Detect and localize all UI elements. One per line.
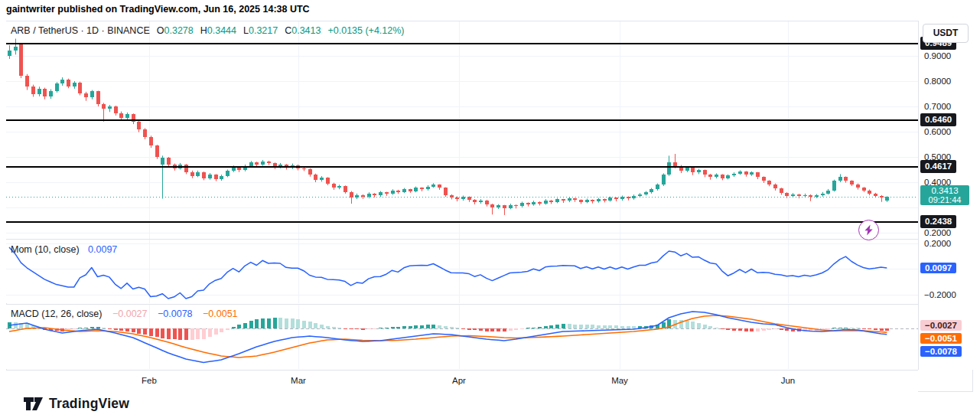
macd-signal-label: −0.0051 bbox=[920, 333, 962, 344]
macd-line-label: −0.0078 bbox=[920, 346, 962, 357]
mom-tick: 0.2000 bbox=[924, 237, 951, 250]
symbol-title[interactable]: ARB / TetherUS · 1D · BINANCE bbox=[11, 25, 150, 36]
mom-tick: −0.2000 bbox=[924, 289, 956, 301]
ohlc-value: 0.3413 bbox=[291, 25, 321, 36]
last-price-value: 0.3413 bbox=[922, 186, 968, 195]
month-label-jun[interactable]: Jun bbox=[781, 376, 796, 385]
momentum-line bbox=[9, 247, 887, 299]
mom-value: 0.0097 bbox=[88, 244, 117, 255]
currency-toggle-button[interactable]: USDT bbox=[923, 24, 969, 43]
candles bbox=[8, 39, 889, 215]
price-tick: 0.7000 bbox=[924, 100, 951, 113]
symbol-legend: ARB / TetherUS · 1D · BINANCEO0.3278H0.3… bbox=[11, 25, 405, 36]
macd-hist-value: −0.0027 bbox=[112, 309, 148, 319]
mom-title[interactable]: Mom (10, close) bbox=[11, 244, 80, 255]
ohlc-value: 0.3217 bbox=[249, 25, 278, 36]
tradingview-logo-text: TradingView bbox=[49, 396, 129, 412]
price-pane[interactable] bbox=[6, 21, 918, 239]
pane-separator[interactable] bbox=[6, 239, 973, 240]
tradingview-branding[interactable]: TradingView bbox=[23, 395, 129, 412]
month-label-apr[interactable]: Apr bbox=[452, 376, 466, 385]
tradingview-logo-icon bbox=[23, 395, 44, 412]
price-tick: 0.8000 bbox=[924, 75, 951, 87]
published-line: gaintwriter published on TradingView.com… bbox=[6, 4, 310, 15]
macd-signal-value: −0.0051 bbox=[203, 309, 238, 319]
change-value: +0.0135 (+4.12%) bbox=[327, 25, 404, 36]
macd-line-value: −0.0078 bbox=[158, 309, 193, 319]
macd-hist-label: −0.0027 bbox=[920, 320, 962, 331]
tradingview-snapshot: gaintwriter published on TradingView.com… bbox=[0, 0, 980, 418]
flash-icon[interactable] bbox=[858, 220, 879, 240]
ohlc-label: L bbox=[243, 25, 249, 36]
price-tick: 0.9000 bbox=[924, 50, 951, 62]
month-label-may[interactable]: May bbox=[611, 376, 628, 385]
ohlc-label: H bbox=[200, 25, 207, 36]
level-price-label: 0.2438 bbox=[920, 215, 956, 228]
level-price-label: 0.4617 bbox=[920, 160, 956, 173]
momentum-pane[interactable] bbox=[6, 240, 918, 303]
macd-legend: MACD (12, 26, close) −0.0027 −0.0078 −0.… bbox=[11, 309, 238, 319]
time-axis[interactable]: FebMarAprMayJun bbox=[6, 370, 918, 393]
mom-value-label: 0.0097 bbox=[920, 263, 956, 273]
mom-legend: Mom (10, close) 0.0097 bbox=[11, 244, 117, 255]
ohlc-label: C bbox=[285, 25, 291, 36]
ohlc-values: O0.3278H0.3444L0.3217C0.3413 bbox=[150, 25, 321, 36]
month-label-mar[interactable]: Mar bbox=[291, 376, 306, 385]
macd-title[interactable]: MACD (12, 26, close) bbox=[11, 309, 102, 319]
pane-separator[interactable] bbox=[6, 304, 973, 305]
ohlc-value: 0.3444 bbox=[207, 25, 236, 36]
lightning-bolt-icon bbox=[864, 224, 874, 236]
month-label-feb[interactable]: Feb bbox=[142, 376, 157, 385]
last-price-label: 0.341309:21:44 bbox=[920, 185, 969, 205]
price-axis[interactable]: USDT 0.90000.80000.70000.60000.50000.400… bbox=[918, 21, 974, 370]
macd-signal-line bbox=[9, 315, 887, 358]
level-price-label: 0.6460 bbox=[920, 113, 956, 126]
bar-countdown: 09:21:44 bbox=[922, 195, 968, 204]
ohlc-label: O bbox=[157, 25, 164, 36]
ohlc-value: 0.3278 bbox=[164, 25, 194, 36]
price-tick: 0.6000 bbox=[924, 126, 951, 138]
